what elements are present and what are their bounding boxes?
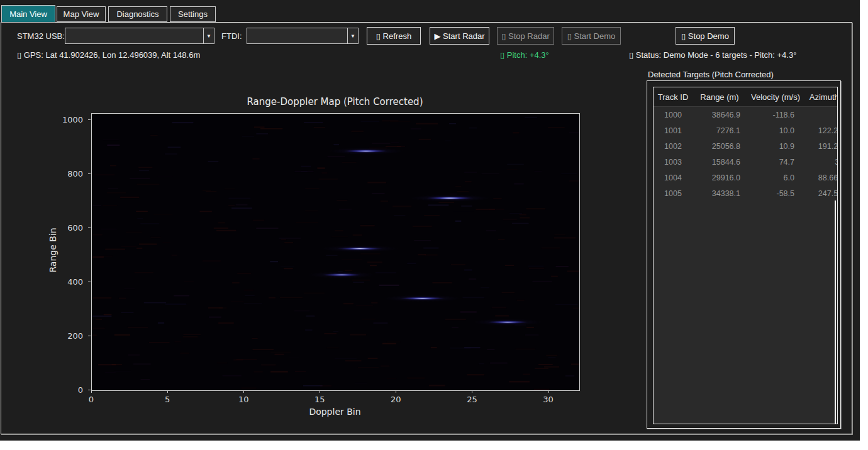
app-window: Main View Map View Diagnostics Settings … bbox=[0, 0, 860, 441]
column-header[interactable]: Velocity (m/s) bbox=[747, 92, 804, 102]
tick-label: 5 bbox=[165, 395, 170, 404]
tick-mark bbox=[167, 390, 168, 393]
table-cell: 74.7 bbox=[747, 158, 804, 167]
tick-mark bbox=[91, 390, 92, 393]
table-cell: 10.9 bbox=[747, 142, 804, 151]
tick-mark bbox=[88, 336, 91, 336]
tick-label: 10 bbox=[238, 395, 249, 404]
table-cell: 1005 bbox=[654, 189, 693, 198]
start-demo-button[interactable]: ▯ Start Demo bbox=[562, 27, 621, 45]
tick-label: 200 bbox=[52, 331, 83, 340]
stm32-usb-label: STM32 USB: bbox=[17, 31, 65, 41]
tick-mark bbox=[320, 390, 320, 393]
table-row[interactable]: 100315844.674.7300° bbox=[654, 154, 837, 170]
tick-label: 25 bbox=[467, 395, 477, 404]
table-cell: 300° bbox=[804, 158, 838, 167]
tick-label: 0 bbox=[89, 395, 94, 404]
tick-mark bbox=[88, 228, 91, 228]
tick-label: 1000 bbox=[52, 114, 83, 124]
tab-diagnostics-label: Diagnostics bbox=[116, 9, 159, 19]
tick-mark bbox=[88, 173, 91, 174]
table-row[interactable]: 100429916.06.088.66998 bbox=[654, 170, 837, 185]
targets-panel-title: Detected Targets (Pitch Corrected) bbox=[648, 70, 774, 79]
dropdown-arrow-icon[interactable]: ▼ bbox=[203, 28, 214, 43]
targets-table-header: Track IDRange (m)Velocity (m/s)Azimuth (… bbox=[654, 87, 837, 107]
tab-settings[interactable]: Settings bbox=[170, 6, 216, 22]
table-row[interactable]: 100225056.810.9191.2552 bbox=[654, 138, 837, 154]
plot-axes bbox=[91, 113, 580, 391]
table-cell: 1002 bbox=[654, 142, 693, 151]
table-cell: 247.5104 bbox=[804, 189, 838, 198]
table-cell: 45° bbox=[804, 111, 838, 119]
table-cell: 29916.0 bbox=[693, 173, 747, 182]
tick-label: 0 bbox=[52, 385, 83, 395]
y-axis-label: Range Bin bbox=[48, 228, 58, 272]
targets-table[interactable]: Track IDRange (m)Velocity (m/s)Azimuth (… bbox=[653, 87, 838, 424]
table-row[interactable]: 100038646.9-118.645° bbox=[654, 107, 837, 123]
table-cell: 7276.1 bbox=[693, 126, 747, 135]
table-cell: -118.6 bbox=[747, 111, 804, 119]
table-cell: -58.5 bbox=[747, 189, 804, 198]
table-cell: 122.2510 bbox=[804, 126, 838, 135]
column-header[interactable]: Range (m) bbox=[693, 92, 747, 102]
tick-mark bbox=[548, 390, 549, 393]
table-cell: 25056.8 bbox=[693, 142, 747, 151]
tab-diagnostics[interactable]: Diagnostics bbox=[108, 6, 167, 22]
tab-map-view-label: Map View bbox=[64, 9, 99, 19]
stop-demo-button[interactable]: ▯ Stop Demo bbox=[676, 27, 735, 45]
stm32-usb-combobox[interactable]: ▼ bbox=[65, 28, 214, 44]
tick-label: 800 bbox=[52, 168, 83, 178]
table-row[interactable]: 100534338.1-58.5247.5104 bbox=[654, 185, 837, 201]
tick-label: 20 bbox=[391, 395, 401, 404]
tab-settings-label: Settings bbox=[178, 9, 208, 19]
table-cell: 88.66998 bbox=[804, 173, 838, 182]
table-cell: 1001 bbox=[654, 126, 693, 135]
tick-mark bbox=[243, 390, 244, 393]
table-cell: 34338.1 bbox=[693, 189, 747, 198]
table-cell: 1003 bbox=[654, 158, 693, 167]
tick-mark bbox=[88, 119, 91, 120]
table-cell: 1000 bbox=[654, 111, 693, 119]
plot-title: Range-Doppler Map (Pitch Corrected) bbox=[91, 96, 579, 107]
tick-mark bbox=[472, 390, 472, 393]
refresh-button[interactable]: ▯ Refresh bbox=[367, 27, 421, 45]
range-doppler-heatmap[interactable] bbox=[92, 114, 579, 390]
demo-status-text: ▯ Status: Demo Mode - 6 targets - Pitch:… bbox=[629, 50, 796, 60]
table-cell: 10.0 bbox=[747, 126, 804, 135]
ftdi-combobox[interactable]: ▼ bbox=[247, 28, 359, 44]
targets-table-body: 100038646.9-118.645°10017276.110.0122.25… bbox=[654, 107, 837, 201]
table-scrollbar[interactable] bbox=[835, 200, 836, 424]
gps-status-text: ▯ GPS: Lat 41.902426, Lon 12.496039, Alt… bbox=[17, 50, 200, 60]
tick-label: 30 bbox=[543, 395, 554, 404]
start-radar-button[interactable]: ▶ Start Radar bbox=[430, 27, 489, 45]
tick-label: 400 bbox=[52, 277, 83, 286]
pitch-indicator-text: ▯ Pitch: +4.3° bbox=[500, 50, 549, 60]
table-cell: 1004 bbox=[654, 173, 693, 182]
tick-mark bbox=[88, 390, 91, 390]
tab-map-view[interactable]: Map View bbox=[57, 6, 106, 22]
table-cell: 191.2552 bbox=[804, 142, 838, 151]
table-cell: 38646.9 bbox=[693, 111, 747, 119]
table-cell: 15844.6 bbox=[693, 158, 747, 167]
tick-mark bbox=[396, 390, 396, 393]
tick-label: 15 bbox=[314, 395, 325, 404]
tab-main-view[interactable]: Main View bbox=[1, 5, 55, 23]
column-header[interactable]: Track ID bbox=[654, 92, 693, 102]
x-axis-label: Doppler Bin bbox=[91, 407, 579, 417]
column-header[interactable]: Azimuth (°) bbox=[804, 92, 838, 102]
table-row[interactable]: 10017276.110.0122.2510 bbox=[654, 123, 837, 138]
stop-radar-button[interactable]: ▯ Stop Radar bbox=[497, 27, 554, 45]
dropdown-arrow-icon[interactable]: ▼ bbox=[347, 28, 358, 43]
table-cell: 6.0 bbox=[747, 173, 804, 182]
tab-main-view-label: Main View bbox=[9, 9, 47, 19]
tick-mark bbox=[88, 282, 91, 282]
ftdi-label: FTDI: bbox=[221, 31, 242, 41]
